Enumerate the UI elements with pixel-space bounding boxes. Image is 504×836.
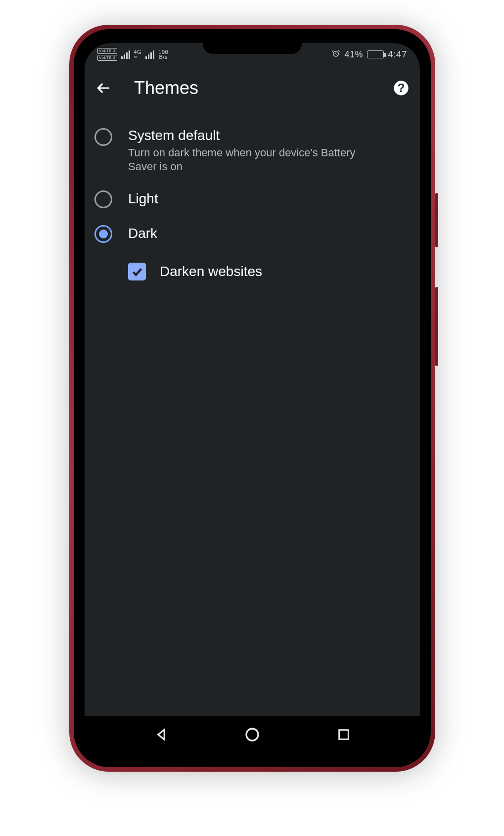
network-sub-label: ┅	[134, 54, 138, 59]
clock: 4:47	[388, 49, 407, 60]
status-left: VoLTE 1 VoLTE 2 4G ┅ 190 B/s	[97, 48, 168, 61]
checkbox-label: Darken websites	[160, 264, 262, 279]
radio-icon	[94, 225, 112, 243]
theme-option-light[interactable]: Light	[94, 182, 410, 216]
option-title: Light	[128, 190, 410, 207]
signal-icon	[121, 50, 130, 59]
signal-icon	[145, 50, 154, 59]
option-texts: Dark	[128, 225, 410, 242]
status-right: 41% 4:47	[331, 49, 407, 60]
screen: VoLTE 1 VoLTE 2 4G ┅ 190 B/s	[85, 43, 420, 753]
notch	[203, 43, 302, 54]
nav-back-button[interactable]	[146, 720, 176, 749]
arrow-left-icon	[95, 80, 111, 96]
darken-websites-checkbox[interactable]: Darken websites	[128, 251, 410, 288]
data-rate: 190 B/s	[158, 49, 168, 59]
radio-icon	[94, 128, 112, 146]
option-title: Dark	[128, 225, 410, 242]
svg-rect-4	[339, 730, 348, 740]
page-title: Themes	[134, 78, 374, 98]
phone-bezel: VoLTE 1 VoLTE 2 4G ┅ 190 B/s	[74, 29, 431, 767]
back-button[interactable]	[89, 73, 118, 103]
android-nav-bar	[85, 716, 420, 753]
volte-icon: VoLTE 2	[97, 55, 117, 61]
volte-indicators: VoLTE 1 VoLTE 2	[97, 48, 117, 61]
data-rate-unit: B/s	[159, 54, 168, 59]
alarm-icon	[331, 49, 340, 60]
phone-side-button	[435, 193, 438, 247]
help-button[interactable]: ?	[386, 73, 416, 103]
option-texts: Light	[128, 190, 410, 207]
theme-option-dark[interactable]: Dark	[94, 216, 410, 251]
checkbox-checked-icon	[128, 263, 146, 280]
svg-point-3	[246, 729, 258, 741]
radio-icon	[94, 190, 112, 208]
circle-icon	[244, 727, 260, 743]
triangle-left-icon	[154, 727, 169, 742]
nav-home-button[interactable]	[237, 720, 267, 749]
nav-recents-button[interactable]	[329, 720, 359, 749]
option-texts: System default Turn on dark theme when y…	[128, 127, 410, 174]
battery-icon	[367, 50, 384, 58]
option-subtitle: Turn on dark theme when your device's Ba…	[128, 146, 375, 174]
square-icon	[337, 728, 351, 742]
svg-text:?: ?	[398, 81, 405, 94]
theme-option-system-default[interactable]: System default Turn on dark theme when y…	[94, 119, 410, 182]
help-icon: ?	[393, 80, 409, 96]
option-title: System default	[128, 127, 410, 144]
phone-frame: VoLTE 1 VoLTE 2 4G ┅ 190 B/s	[69, 25, 435, 772]
battery-percent: 41%	[344, 49, 363, 60]
phone-side-button	[435, 287, 438, 366]
volte-icon: VoLTE 1	[97, 48, 117, 54]
theme-options-list: System default Turn on dark theme when y…	[85, 110, 420, 288]
network-type: 4G ┅	[134, 49, 142, 59]
app-bar: Themes ?	[85, 66, 420, 110]
